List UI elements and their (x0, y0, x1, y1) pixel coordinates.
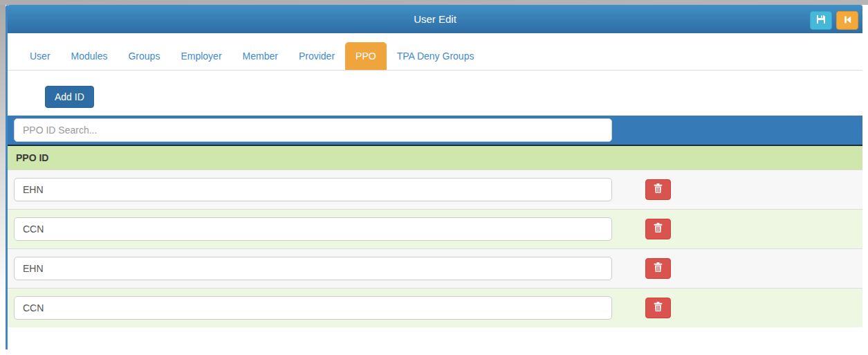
delete-row-button[interactable] (645, 179, 671, 200)
tab-user[interactable]: User (19, 42, 61, 70)
tab-ppo[interactable]: PPO (345, 42, 387, 70)
trash-icon (654, 183, 663, 196)
tab-employer[interactable]: Employer (170, 42, 232, 70)
tab-modules[interactable]: Modules (61, 42, 118, 70)
delete-row-button[interactable] (645, 298, 671, 318)
table-header-ppo-id: PPO ID (8, 146, 862, 170)
tab-groups[interactable]: Groups (118, 42, 170, 70)
table-row (8, 209, 862, 248)
step-backward-icon (843, 15, 852, 27)
ppo-id-input[interactable] (14, 178, 612, 201)
delete-row-button[interactable] (645, 219, 671, 239)
table-row (8, 288, 862, 327)
trash-icon (654, 262, 663, 275)
ppo-id-input[interactable] (14, 217, 612, 241)
tab-tpa-deny-groups[interactable]: TPA Deny Groups (387, 42, 485, 70)
trash-icon (654, 223, 663, 235)
user-edit-panel: User Edit (6, 5, 862, 349)
ppo-id-input[interactable] (14, 257, 612, 280)
tab-provider[interactable]: Provider (288, 42, 345, 70)
ppo-id-search-input[interactable] (14, 118, 612, 142)
floppy-save-icon (816, 15, 826, 27)
page-title: User Edit (414, 13, 456, 25)
trash-icon (654, 302, 663, 314)
back-button[interactable] (836, 11, 858, 30)
page-left-margin (0, 5, 6, 355)
tab-member[interactable]: Member (232, 42, 288, 70)
add-id-button[interactable]: Add ID (45, 86, 94, 108)
table-row (8, 170, 862, 209)
table-row (8, 248, 862, 288)
delete-row-button[interactable] (645, 258, 671, 279)
header-button-group (810, 11, 858, 30)
ppo-id-table: PPO ID (8, 145, 862, 327)
ppo-id-input[interactable] (14, 296, 612, 320)
save-button[interactable] (810, 11, 832, 30)
page-top-margin (0, 0, 868, 5)
tab-bar: User Modules Groups Employer Member Prov… (8, 42, 862, 71)
search-strip (8, 116, 862, 145)
panel-header: User Edit (8, 5, 862, 33)
